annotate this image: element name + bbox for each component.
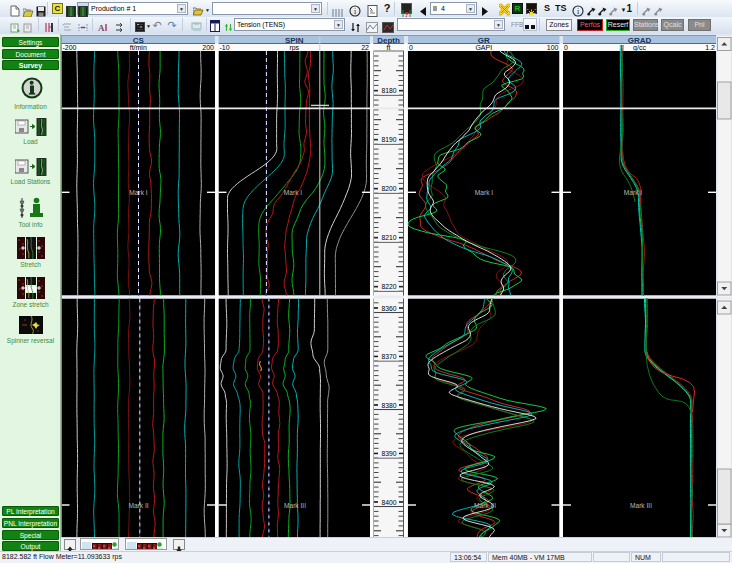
svg-text:8180: 8180 <box>381 87 396 94</box>
svg-text:0: 0 <box>564 44 568 51</box>
svg-text:-10: -10 <box>220 44 230 51</box>
svg-text:Mark III: Mark III <box>474 502 496 509</box>
svg-text:Mark II: Mark II <box>128 502 148 509</box>
svg-text:8380: 8380 <box>381 402 396 409</box>
svg-text:8190: 8190 <box>381 136 396 143</box>
svg-text:Mark III: Mark III <box>284 502 306 509</box>
svg-text:100: 100 <box>547 44 559 51</box>
svg-text:-200: -200 <box>63 44 77 51</box>
svg-text:8220: 8220 <box>381 283 396 290</box>
svg-text:g/cc: g/cc <box>633 44 646 52</box>
svg-text:Mark III: Mark III <box>630 502 652 509</box>
svg-text:8210: 8210 <box>381 234 396 241</box>
svg-text:8370: 8370 <box>381 353 396 360</box>
svg-text:8400: 8400 <box>381 499 396 506</box>
svg-text:1.2: 1.2 <box>705 44 715 51</box>
svg-text:8360: 8360 <box>381 305 396 312</box>
svg-text:ft/min: ft/min <box>130 44 147 51</box>
svg-text:0: 0 <box>409 44 413 51</box>
svg-text:rps: rps <box>289 44 299 52</box>
svg-text:ft: ft <box>387 44 391 51</box>
svg-text:Mark I: Mark I <box>624 189 642 196</box>
svg-text:Mark I: Mark I <box>475 189 493 196</box>
svg-text:8390: 8390 <box>381 450 396 457</box>
svg-text:22: 22 <box>361 44 369 51</box>
svg-text:200: 200 <box>202 44 214 51</box>
svg-text:8200: 8200 <box>381 185 396 192</box>
svg-text:Mark I: Mark I <box>284 189 302 196</box>
svg-text:Mark I: Mark I <box>129 189 147 196</box>
svg-text:GAPI: GAPI <box>475 44 492 51</box>
